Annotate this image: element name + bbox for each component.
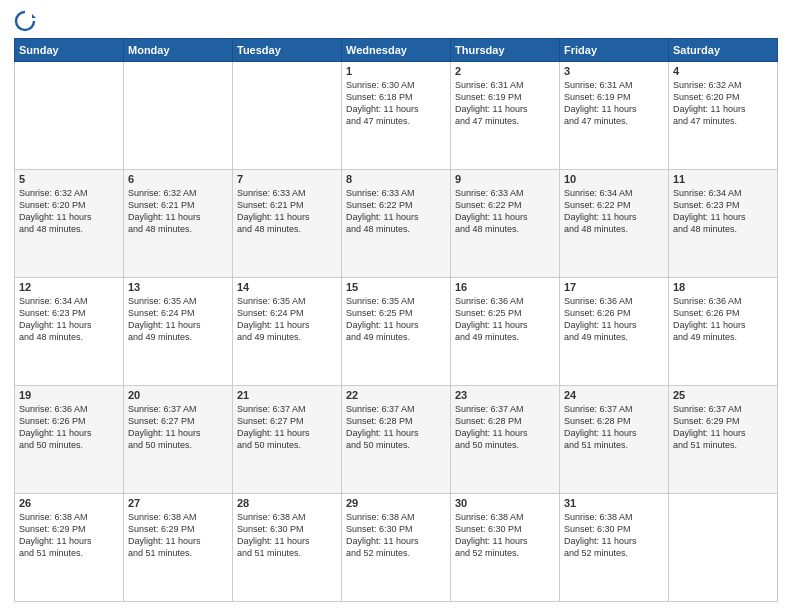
page: SundayMondayTuesdayWednesdayThursdayFrid… xyxy=(0,0,792,612)
calendar-cell: 14Sunrise: 6:35 AM Sunset: 6:24 PM Dayli… xyxy=(233,278,342,386)
day-info: Sunrise: 6:34 AM Sunset: 6:23 PM Dayligh… xyxy=(19,295,119,344)
weekday-header-row: SundayMondayTuesdayWednesdayThursdayFrid… xyxy=(15,39,778,62)
day-info: Sunrise: 6:32 AM Sunset: 6:21 PM Dayligh… xyxy=(128,187,228,236)
day-number: 19 xyxy=(19,389,119,401)
day-info: Sunrise: 6:35 AM Sunset: 6:24 PM Dayligh… xyxy=(128,295,228,344)
calendar-cell: 29Sunrise: 6:38 AM Sunset: 6:30 PM Dayli… xyxy=(342,494,451,602)
day-number: 12 xyxy=(19,281,119,293)
day-number: 2 xyxy=(455,65,555,77)
calendar-cell: 11Sunrise: 6:34 AM Sunset: 6:23 PM Dayli… xyxy=(669,170,778,278)
day-info: Sunrise: 6:37 AM Sunset: 6:27 PM Dayligh… xyxy=(128,403,228,452)
day-number: 10 xyxy=(564,173,664,185)
header xyxy=(14,10,778,32)
calendar-cell xyxy=(233,62,342,170)
calendar-cell: 12Sunrise: 6:34 AM Sunset: 6:23 PM Dayli… xyxy=(15,278,124,386)
calendar-cell: 22Sunrise: 6:37 AM Sunset: 6:28 PM Dayli… xyxy=(342,386,451,494)
calendar-cell: 27Sunrise: 6:38 AM Sunset: 6:29 PM Dayli… xyxy=(124,494,233,602)
calendar-cell: 16Sunrise: 6:36 AM Sunset: 6:25 PM Dayli… xyxy=(451,278,560,386)
day-info: Sunrise: 6:37 AM Sunset: 6:29 PM Dayligh… xyxy=(673,403,773,452)
logo xyxy=(14,10,38,32)
calendar-cell: 5Sunrise: 6:32 AM Sunset: 6:20 PM Daylig… xyxy=(15,170,124,278)
week-row-3: 12Sunrise: 6:34 AM Sunset: 6:23 PM Dayli… xyxy=(15,278,778,386)
day-info: Sunrise: 6:38 AM Sunset: 6:29 PM Dayligh… xyxy=(128,511,228,560)
day-info: Sunrise: 6:30 AM Sunset: 6:18 PM Dayligh… xyxy=(346,79,446,128)
day-number: 18 xyxy=(673,281,773,293)
day-number: 22 xyxy=(346,389,446,401)
day-info: Sunrise: 6:34 AM Sunset: 6:23 PM Dayligh… xyxy=(673,187,773,236)
calendar-cell: 21Sunrise: 6:37 AM Sunset: 6:27 PM Dayli… xyxy=(233,386,342,494)
day-info: Sunrise: 6:36 AM Sunset: 6:26 PM Dayligh… xyxy=(673,295,773,344)
day-number: 16 xyxy=(455,281,555,293)
day-info: Sunrise: 6:38 AM Sunset: 6:30 PM Dayligh… xyxy=(346,511,446,560)
day-number: 1 xyxy=(346,65,446,77)
day-number: 24 xyxy=(564,389,664,401)
day-number: 7 xyxy=(237,173,337,185)
day-info: Sunrise: 6:32 AM Sunset: 6:20 PM Dayligh… xyxy=(19,187,119,236)
day-number: 28 xyxy=(237,497,337,509)
calendar-table: SundayMondayTuesdayWednesdayThursdayFrid… xyxy=(14,38,778,602)
day-number: 13 xyxy=(128,281,228,293)
logo-icon xyxy=(14,10,36,32)
calendar-cell xyxy=(669,494,778,602)
day-number: 15 xyxy=(346,281,446,293)
day-number: 4 xyxy=(673,65,773,77)
calendar-cell: 28Sunrise: 6:38 AM Sunset: 6:30 PM Dayli… xyxy=(233,494,342,602)
day-number: 3 xyxy=(564,65,664,77)
day-number: 21 xyxy=(237,389,337,401)
day-number: 23 xyxy=(455,389,555,401)
day-info: Sunrise: 6:37 AM Sunset: 6:27 PM Dayligh… xyxy=(237,403,337,452)
day-number: 8 xyxy=(346,173,446,185)
week-row-2: 5Sunrise: 6:32 AM Sunset: 6:20 PM Daylig… xyxy=(15,170,778,278)
day-number: 20 xyxy=(128,389,228,401)
calendar-cell: 30Sunrise: 6:38 AM Sunset: 6:30 PM Dayli… xyxy=(451,494,560,602)
day-info: Sunrise: 6:37 AM Sunset: 6:28 PM Dayligh… xyxy=(564,403,664,452)
calendar-cell: 1Sunrise: 6:30 AM Sunset: 6:18 PM Daylig… xyxy=(342,62,451,170)
day-number: 6 xyxy=(128,173,228,185)
day-info: Sunrise: 6:38 AM Sunset: 6:30 PM Dayligh… xyxy=(237,511,337,560)
day-number: 14 xyxy=(237,281,337,293)
day-number: 9 xyxy=(455,173,555,185)
weekday-header-monday: Monday xyxy=(124,39,233,62)
calendar-cell: 25Sunrise: 6:37 AM Sunset: 6:29 PM Dayli… xyxy=(669,386,778,494)
calendar-cell: 17Sunrise: 6:36 AM Sunset: 6:26 PM Dayli… xyxy=(560,278,669,386)
day-info: Sunrise: 6:33 AM Sunset: 6:22 PM Dayligh… xyxy=(346,187,446,236)
weekday-header-saturday: Saturday xyxy=(669,39,778,62)
day-info: Sunrise: 6:36 AM Sunset: 6:26 PM Dayligh… xyxy=(19,403,119,452)
day-number: 17 xyxy=(564,281,664,293)
day-info: Sunrise: 6:38 AM Sunset: 6:30 PM Dayligh… xyxy=(564,511,664,560)
weekday-header-sunday: Sunday xyxy=(15,39,124,62)
day-info: Sunrise: 6:38 AM Sunset: 6:30 PM Dayligh… xyxy=(455,511,555,560)
day-info: Sunrise: 6:33 AM Sunset: 6:21 PM Dayligh… xyxy=(237,187,337,236)
week-row-1: 1Sunrise: 6:30 AM Sunset: 6:18 PM Daylig… xyxy=(15,62,778,170)
calendar-cell: 20Sunrise: 6:37 AM Sunset: 6:27 PM Dayli… xyxy=(124,386,233,494)
calendar-cell: 2Sunrise: 6:31 AM Sunset: 6:19 PM Daylig… xyxy=(451,62,560,170)
day-info: Sunrise: 6:36 AM Sunset: 6:26 PM Dayligh… xyxy=(564,295,664,344)
day-info: Sunrise: 6:33 AM Sunset: 6:22 PM Dayligh… xyxy=(455,187,555,236)
day-info: Sunrise: 6:36 AM Sunset: 6:25 PM Dayligh… xyxy=(455,295,555,344)
day-info: Sunrise: 6:35 AM Sunset: 6:25 PM Dayligh… xyxy=(346,295,446,344)
calendar-cell: 6Sunrise: 6:32 AM Sunset: 6:21 PM Daylig… xyxy=(124,170,233,278)
day-info: Sunrise: 6:37 AM Sunset: 6:28 PM Dayligh… xyxy=(455,403,555,452)
day-number: 25 xyxy=(673,389,773,401)
calendar-cell: 15Sunrise: 6:35 AM Sunset: 6:25 PM Dayli… xyxy=(342,278,451,386)
calendar-cell: 13Sunrise: 6:35 AM Sunset: 6:24 PM Dayli… xyxy=(124,278,233,386)
day-info: Sunrise: 6:34 AM Sunset: 6:22 PM Dayligh… xyxy=(564,187,664,236)
day-number: 26 xyxy=(19,497,119,509)
calendar-cell: 10Sunrise: 6:34 AM Sunset: 6:22 PM Dayli… xyxy=(560,170,669,278)
calendar-cell: 23Sunrise: 6:37 AM Sunset: 6:28 PM Dayli… xyxy=(451,386,560,494)
day-info: Sunrise: 6:32 AM Sunset: 6:20 PM Dayligh… xyxy=(673,79,773,128)
weekday-header-tuesday: Tuesday xyxy=(233,39,342,62)
day-number: 11 xyxy=(673,173,773,185)
weekday-header-wednesday: Wednesday xyxy=(342,39,451,62)
weekday-header-friday: Friday xyxy=(560,39,669,62)
calendar-cell xyxy=(15,62,124,170)
calendar-cell: 18Sunrise: 6:36 AM Sunset: 6:26 PM Dayli… xyxy=(669,278,778,386)
day-info: Sunrise: 6:38 AM Sunset: 6:29 PM Dayligh… xyxy=(19,511,119,560)
week-row-5: 26Sunrise: 6:38 AM Sunset: 6:29 PM Dayli… xyxy=(15,494,778,602)
day-info: Sunrise: 6:31 AM Sunset: 6:19 PM Dayligh… xyxy=(564,79,664,128)
weekday-header-thursday: Thursday xyxy=(451,39,560,62)
calendar-cell: 31Sunrise: 6:38 AM Sunset: 6:30 PM Dayli… xyxy=(560,494,669,602)
calendar-cell: 9Sunrise: 6:33 AM Sunset: 6:22 PM Daylig… xyxy=(451,170,560,278)
calendar-cell: 3Sunrise: 6:31 AM Sunset: 6:19 PM Daylig… xyxy=(560,62,669,170)
calendar-cell: 24Sunrise: 6:37 AM Sunset: 6:28 PM Dayli… xyxy=(560,386,669,494)
